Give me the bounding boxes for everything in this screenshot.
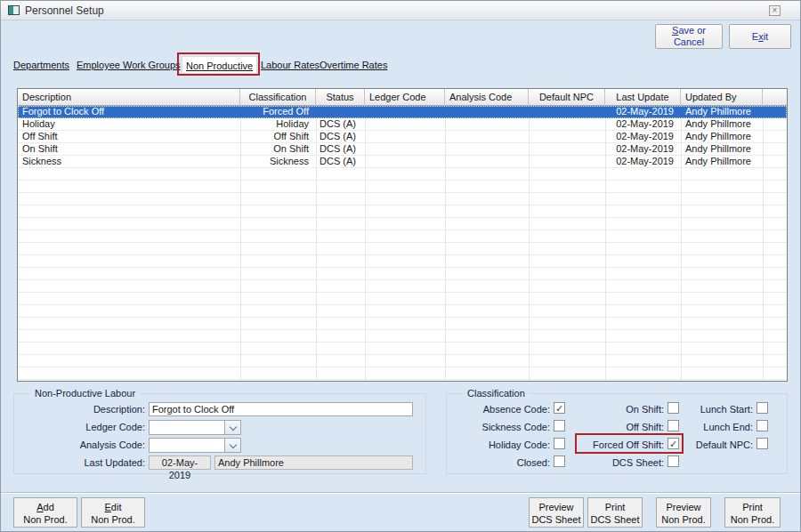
cell-classification: Off Shift — [240, 131, 316, 143]
group-title: Classification — [463, 388, 530, 399]
title-bar: Personnel Setup × — [1, 1, 800, 20]
sickness-code-label: Sickness Code: — [450, 421, 550, 433]
close-icon[interactable]: × — [769, 5, 781, 16]
cell-analysis-code — [445, 156, 529, 168]
table-row[interactable]: Off Shift Off Shift DCS (A) 02-May-2019 … — [18, 131, 787, 143]
cell-status — [316, 106, 365, 118]
lunch-start-checkbox[interactable] — [756, 402, 768, 414]
preview-np-line1: Preview — [666, 502, 700, 512]
add-label-line2: Non Prod. — [23, 514, 68, 525]
column-header-status[interactable]: Status — [316, 89, 365, 106]
cell-default-npc — [529, 143, 605, 156]
cell-filler — [763, 143, 787, 156]
cell-default-npc — [529, 118, 605, 131]
cell-status: DCS (A) — [316, 143, 365, 156]
cell-classification: Forced Off — [240, 106, 316, 118]
cell-updated-by: Andy Phillmore — [681, 106, 763, 118]
cell-last-update: 02-May-2019 — [605, 131, 681, 143]
table-body: Forgot to Clock Off Forced Off 02-May-20… — [18, 106, 787, 381]
cell-last-update: 02-May-2019 — [605, 156, 681, 168]
lunch-end-checkbox[interactable] — [756, 420, 768, 431]
cell-updated-by: Andy Phillmore — [681, 156, 763, 168]
cell-default-npc — [529, 156, 605, 168]
print-non-prod-button[interactable]: Print Non Prod. — [724, 497, 781, 528]
print-dcs-line1: Print — [605, 502, 626, 512]
tab-non-productive[interactable]: Non Productive — [182, 56, 257, 74]
cell-classification: On Shift — [240, 143, 316, 156]
cell-default-npc — [529, 106, 605, 118]
ledger-dropdown-button[interactable] — [224, 421, 240, 434]
column-header-analysis-code[interactable]: Analysis Code — [445, 89, 529, 106]
cell-analysis-code — [445, 106, 529, 118]
cell-filler — [763, 118, 787, 131]
save-or-cancel-button[interactable]: Save or Cancel — [655, 24, 723, 49]
cell-description: Forgot to Clock Off — [18, 106, 240, 118]
table-row[interactable]: Forgot to Clock Off Forced Off 02-May-20… — [18, 106, 787, 118]
analysis-dropdown-button[interactable] — [224, 439, 240, 452]
dcs-sheet-checkbox[interactable] — [668, 455, 679, 467]
edit-label-line2: Non Prod. — [91, 514, 135, 525]
bottom-separator — [1, 492, 800, 494]
analysis-code-label: Analysis Code: — [19, 439, 145, 451]
description-input[interactable] — [149, 402, 413, 416]
tab-labour-rates[interactable]: Labour Rates — [261, 56, 320, 74]
cell-ledger-code — [365, 118, 445, 131]
cell-ledger-code — [365, 156, 445, 168]
column-header-filler — [763, 89, 787, 106]
edit-non-prod-button[interactable]: Edit Non Prod. — [81, 497, 145, 528]
exit-button[interactable]: Exit — [729, 24, 791, 49]
preview-np-line2: Non Prod. — [661, 514, 706, 525]
cell-classification: Holiday — [240, 118, 316, 131]
cell-description: Holiday — [18, 118, 240, 131]
default-npc-checkbox[interactable] — [756, 438, 768, 449]
dcs-sheet-label: DCS Sheet: — [562, 456, 664, 469]
cell-analysis-code — [445, 131, 529, 143]
last-updated-by-field: Andy Phillmore — [214, 455, 413, 470]
cell-ledger-code — [365, 106, 445, 118]
cell-updated-by: Andy Phillmore — [681, 118, 763, 131]
on-shift-label: On Shift: — [562, 403, 664, 415]
column-header-last-update[interactable]: Last Update — [605, 89, 681, 106]
analysis-code-select[interactable] — [149, 438, 241, 453]
cell-ledger-code — [365, 143, 445, 156]
print-np-line1: Print — [742, 502, 763, 512]
group-title: Non-Productive Labour — [30, 388, 140, 399]
column-header-updated-by[interactable]: Updated By — [681, 89, 763, 106]
table-row[interactable]: Sickness Sickness DCS (A) 02-May-2019 An… — [18, 156, 787, 168]
print-dcs-sheet-button[interactable]: Print DCS Sheet — [587, 497, 643, 528]
last-updated-date-field: 02-May-2019 — [149, 455, 211, 470]
cell-filler — [763, 131, 787, 143]
cell-filler — [763, 106, 787, 118]
edit-hotkey: E — [105, 502, 111, 512]
edit-label-rest: dit — [111, 502, 122, 512]
cell-description: Sickness — [18, 156, 240, 168]
closed-label: Closed: — [450, 456, 550, 469]
forced-off-shift-label: Forced Off Shift: — [562, 439, 664, 451]
add-non-prod-button[interactable]: Add Non Prod. — [13, 497, 77, 528]
cell-ledger-code — [365, 131, 445, 143]
table-row[interactable]: Holiday Holiday DCS (A) 02-May-2019 Andy… — [18, 118, 787, 131]
print-dcs-line2: DCS Sheet — [590, 514, 639, 525]
last-updated-label: Last Updated: — [19, 456, 145, 469]
column-header-ledger-code[interactable]: Ledger Code — [365, 89, 445, 106]
cell-default-npc — [529, 131, 605, 143]
cell-description: Off Shift — [18, 131, 240, 143]
preview-dcs-sheet-button[interactable]: Preview DCS Sheet — [529, 497, 584, 528]
column-header-description[interactable]: Description — [18, 89, 240, 106]
cell-status: DCS (A) — [316, 118, 365, 131]
cell-last-update: 02-May-2019 — [605, 106, 681, 118]
lunch-end-label: Lunch End: — [673, 421, 753, 433]
column-header-classification[interactable]: Classification — [240, 89, 316, 106]
cell-filler — [763, 156, 787, 168]
ledger-code-select[interactable] — [149, 420, 241, 435]
off-shift-label: Off Shift: — [562, 421, 664, 433]
holiday-code-label: Holiday Code: — [450, 439, 550, 451]
print-np-line2: Non Prod. — [731, 514, 775, 525]
table-row[interactable]: On Shift On Shift DCS (A) 02-May-2019 An… — [18, 143, 787, 156]
tab-overtime-rates[interactable]: Overtime Rates — [320, 56, 387, 74]
tab-employee-work-groups[interactable]: Employee Work Groups — [77, 56, 181, 74]
preview-non-prod-button[interactable]: Preview Non Prod. — [656, 497, 711, 528]
column-header-default-npc[interactable]: Default NPC — [529, 89, 605, 106]
tab-departments[interactable]: Departments — [13, 56, 69, 74]
non-productive-table: Description Classification Status Ledger… — [17, 88, 788, 382]
